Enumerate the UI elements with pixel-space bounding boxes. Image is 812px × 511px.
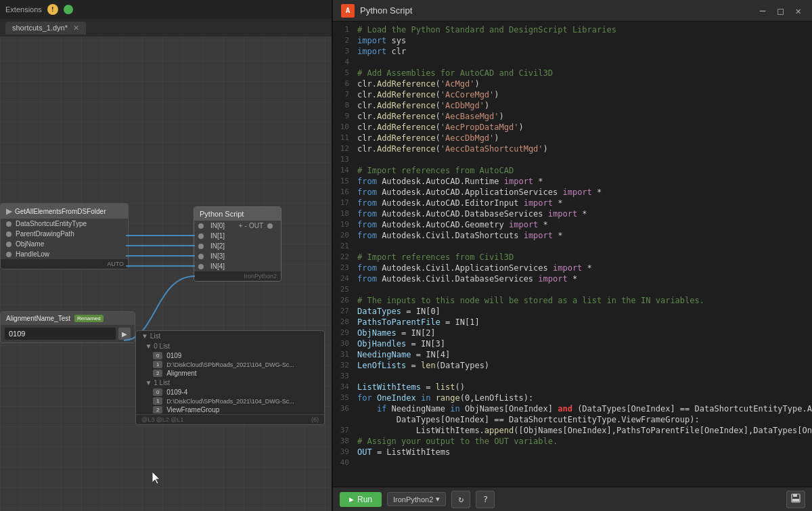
port-row-0: DataShortcutEntityType [1,219,128,229]
close-btn[interactable]: ✕ [793,4,804,18]
list-header: ▼ List [136,331,324,341]
code-content[interactable]: 1 # Load the Python Standard and DesignS… [333,22,812,487]
code-line-12: 12 clr.AddReference('AeccDataShortcutMgd… [333,143,812,154]
list-group-1-header: ▼ 1 List [136,378,324,388]
run-button[interactable]: Run [340,492,382,507]
port-controls[interactable]: + - OUT [239,222,277,229]
port-in2-label: IN[2] [210,242,225,250]
chevron-down-icon: ▾ [436,495,440,504]
port-row-in0: IN[0] + - OUT [194,221,281,231]
item-indent [141,388,149,396]
minimize-btn[interactable]: ─ [757,4,768,18]
item-value: 0109 [166,352,181,359]
port-dot [6,221,12,227]
node-title: ▶ GetAllElementsFromDSFolder [1,204,128,219]
port-dot [6,231,12,237]
item-value: Alignment [166,370,196,377]
code-line-19: 19 from Autodesk.AutoCAD.Geometry import… [333,219,812,230]
svg-rect-6 [793,494,797,497]
window-title: Python Script [360,5,412,16]
code-line-36: 36 if NeedingName in ObjNames[OneIndex] … [333,403,812,414]
code-line-18: 18 from Autodesk.AutoCAD.DatabaseService… [333,208,812,219]
port-dot [198,223,204,229]
help-icon: ? [482,494,488,504]
list-item: 0 0109 [136,351,324,360]
code-line-22: 22 # Import references from Civil3D [333,252,812,263]
code-line-27: 27 DataTypes = IN[0] [333,306,812,317]
alignment-name-node[interactable]: AlignmentName_Test Renamed ▶ [0,311,135,343]
item-badge: 0 [153,352,162,359]
add-port-btn[interactable]: + [239,222,243,229]
code-line-10: 10 clr.AddReference('AecPropDataMgd') [333,122,812,133]
out-dot [267,223,273,229]
refresh-icon-btn[interactable]: ↻ [451,491,470,508]
port-label: ParentDrawingPath [16,230,74,238]
port-row-in2: IN[2] [194,241,281,251]
item-badge: 2 [153,406,162,414]
port-dot [6,252,12,257]
python-script-window: A Python Script ─ □ ✕ 1 # Load the Pytho… [332,0,812,511]
port-dot [198,234,204,239]
item-indent [141,370,149,377]
alignment-arrow-btn[interactable]: ▶ [118,328,131,340]
port-row-1: ParentDrawingPath [1,229,128,239]
code-line-4: 4 [333,57,812,68]
help-icon-btn[interactable]: ? [476,491,495,508]
get-all-elements-node[interactable]: ▶ GetAllElementsFromDSFolder DataShortcu… [0,203,129,269]
code-line-33: 33 [333,371,812,382]
item-indent [141,352,149,359]
code-line-38: 38 # Assign your output to the OUT varia… [333,436,812,447]
svg-marker-4 [152,472,160,484]
file-tab[interactable]: shortcuts_1.dyn* ✕ [5,22,86,35]
close-tab-icon[interactable]: ✕ [73,24,79,32]
list-footer: @L3 @L2 @L1 (6) [136,414,324,424]
code-line-20: 20 from Autodesk.Civil.DataShortcuts imp… [333,230,812,241]
item-value: D:\DiskCloud\SPbRoads_2021\104_DWG-Sc... [166,361,294,368]
item-value: ViewFrameGroup [166,406,219,414]
item-value: 0109-4 [166,388,187,396]
alignment-value-input[interactable] [5,328,116,340]
code-editor[interactable]: 1 # Load the Python Standard and DesignS… [333,22,812,487]
code-line-36b: DataTypes[OneIndex] == DataShortcutEntit… [333,414,812,425]
dynamo-canvas: Extensions ! shortcuts_1.dyn* ✕ ▶ GetAll… [0,0,332,511]
code-line-23: 23 from Autodesk.Civil.ApplicationServic… [333,263,812,273]
code-line-14: 14 # Import references from AutoCAD [333,165,812,176]
window-controls[interactable]: ─ □ ✕ [757,4,804,18]
code-line-34: 34 ListWithItems = list() [333,382,812,393]
save-button[interactable] [786,491,805,508]
port-label: ObjName [16,240,44,248]
code-line-7: 7 clr.AddReference('AcCoreMgd') [333,89,812,100]
alignment-input-row: ▶ [1,325,135,342]
port-row-in4: IN[4] [194,261,281,271]
port-in1-label: IN[1] [210,232,225,240]
extensions-label: Extensions [5,5,42,14]
autodesk-icon: A [341,4,355,18]
file-tab-label: shortcuts_1.dyn* [12,24,68,32]
list-item: 2 ViewFrameGroup [136,405,324,414]
node-footer: AUTO [1,259,128,269]
engine-select[interactable]: IronPython2 ▾ [387,492,446,506]
list-group-0-header: ▼ 0 List [136,341,324,351]
code-line-9: 9 clr.AddReference('AecBaseMgd') [333,111,812,122]
item-badge: 2 [153,370,162,377]
port-in4-label: IN[4] [210,263,225,270]
list-item: 1 D:\DiskCloud\SPbRoads_2021\104_DWG-Sc.… [136,360,324,369]
port-in3-label: IN[3] [210,252,225,260]
file-tab-bar: shortcuts_1.dyn* ✕ [0,19,332,37]
port-row-in3: IN[3] [194,251,281,261]
python-script-node[interactable]: Python Script IN[0] + - OUT IN[1] IN[ [194,206,281,282]
port-row-2: ObjName [1,239,128,249]
code-line-5: 5 # Add Assemblies for AutoCAD and Civil… [333,68,812,79]
list-count: (6) [311,416,319,423]
item-badge: 0 [153,388,162,396]
python-node-title: Python Script [194,207,281,221]
item-badge: 1 [153,361,162,368]
warning-icon[interactable]: ! [47,4,58,15]
code-line-1: 1 # Load the Python Standard and DesignS… [333,24,812,35]
maximize-btn[interactable]: □ [775,4,786,18]
port-in0-label: IN[0] [210,222,225,229]
port-dot [6,242,12,247]
alignment-node-label: AlignmentName_Test [6,315,70,322]
list-item: 0 0109-4 [136,388,324,397]
python-toolbar: Run IronPython2 ▾ ↻ ? [333,487,812,511]
